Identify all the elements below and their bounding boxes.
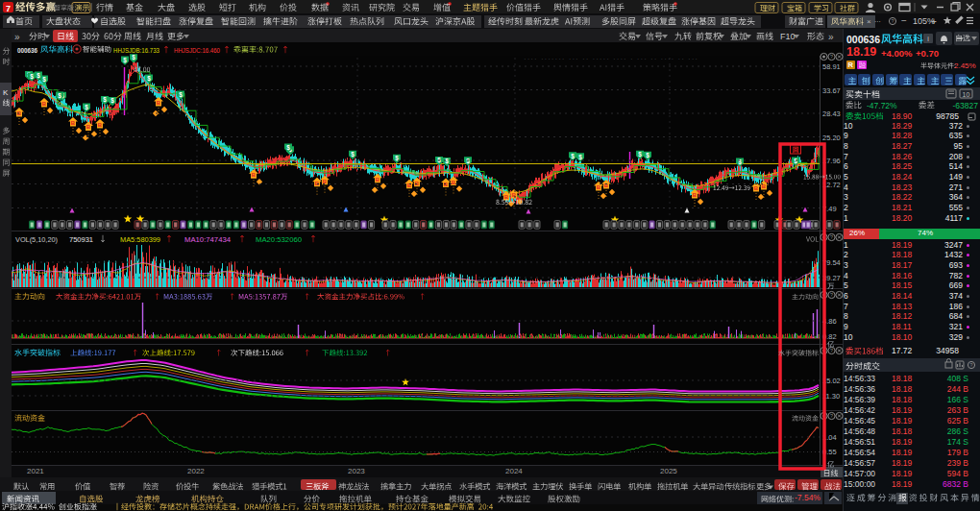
- svg-text:7: 7: [6, 4, 11, 13]
- svg-text:−: −: [901, 15, 907, 26]
- svg-text:$: $: [466, 158, 470, 165]
- svg-text:$: $: [578, 154, 582, 161]
- svg-text:B: B: [42, 101, 47, 107]
- svg-text:B: B: [98, 122, 103, 128]
- svg-text:$: $: [179, 91, 183, 99]
- svg-text:$: $: [42, 76, 46, 84]
- svg-text:$: $: [646, 152, 649, 159]
- svg-text:B: B: [315, 181, 320, 186]
- svg-text:B: B: [323, 179, 328, 184]
- svg-text:$: $: [738, 158, 742, 166]
- svg-text:B: B: [252, 172, 257, 178]
- svg-text:+: +: [931, 16, 937, 27]
- svg-text:HHJSJDC:16.460: HHJSJDC:16.460: [174, 46, 220, 55]
- svg-text:MA20:532060: MA20:532060: [256, 235, 303, 244]
- svg-text:×: ×: [867, 17, 871, 26]
- svg-text:$: $: [571, 153, 575, 160]
- svg-text:$: $: [794, 158, 797, 165]
- svg-text:B: B: [512, 192, 517, 198]
- svg-text:B: B: [597, 184, 601, 190]
- svg-text:$: $: [58, 92, 61, 100]
- svg-text:$: $: [147, 75, 151, 83]
- svg-text:$: $: [395, 155, 399, 162]
- svg-text:$: $: [103, 96, 107, 104]
- svg-text:$: $: [638, 151, 642, 158]
- svg-text:$: $: [30, 73, 34, 81]
- svg-text:VOL(5,10,20): VOL(5,10,20): [15, 235, 58, 244]
- svg-text:B: B: [604, 182, 609, 188]
- svg-text:B: B: [71, 120, 76, 126]
- svg-text:?: ?: [830, 413, 833, 419]
- svg-text:...: ...: [874, 15, 881, 24]
- svg-text:?: ?: [830, 54, 833, 60]
- svg-text:B: B: [376, 177, 380, 182]
- svg-text:MA5:580399: MA5:580399: [120, 235, 161, 244]
- svg-text:B: B: [754, 185, 759, 191]
- svg-text:···· ······· ··· ·· ····· ····: ···· ······· ··· ·· ····· ···· · ··· ·· …: [524, 55, 698, 63]
- svg-text:$: $: [110, 97, 114, 105]
- svg-text:»: »: [828, 32, 834, 42]
- svg-text:B: B: [693, 192, 698, 198]
- svg-text:28.43: 28.43: [822, 110, 841, 118]
- svg-text:000636: 000636: [17, 46, 37, 55]
- svg-text:?: ?: [830, 348, 833, 353]
- svg-text:?: ?: [830, 292, 833, 298]
- svg-text:回: 回: [793, 146, 799, 154]
- svg-text:$: $: [445, 158, 449, 165]
- svg-text:$: $: [37, 72, 40, 80]
- svg-text:HHJSJDB:16.733: HHJSJDB:16.733: [113, 46, 159, 55]
- svg-text:750931: 750931: [69, 235, 94, 244]
- svg-text:$: $: [351, 151, 355, 158]
- svg-text:$: $: [286, 144, 290, 152]
- svg-text:000636: 000636: [846, 34, 880, 45]
- svg-text:K: K: [3, 88, 9, 97]
- svg-text:$: $: [85, 104, 88, 111]
- svg-text:$: $: [123, 57, 127, 64]
- svg-text:B: B: [86, 124, 91, 130]
- svg-text:B: B: [157, 100, 161, 106]
- svg-text:25.20: 25.20: [822, 134, 841, 142]
- svg-text:?: ?: [830, 234, 833, 240]
- svg-text:MA10:747434: MA10:747434: [184, 235, 232, 244]
- svg-text:F10: F10: [780, 32, 796, 41]
- svg-text:33.67: 33.67: [822, 86, 841, 95]
- svg-text:?: ?: [970, 362, 973, 368]
- svg-text:B: B: [407, 182, 412, 188]
- svg-text:B: B: [504, 194, 509, 200]
- svg-text:58.91: 58.91: [822, 62, 841, 71]
- svg-text:10: 10: [963, 91, 970, 98]
- svg-text:»: »: [14, 32, 20, 42]
- svg-text:$: $: [132, 54, 135, 61]
- svg-text:?: ?: [892, 18, 894, 24]
- svg-text:B: B: [415, 181, 420, 186]
